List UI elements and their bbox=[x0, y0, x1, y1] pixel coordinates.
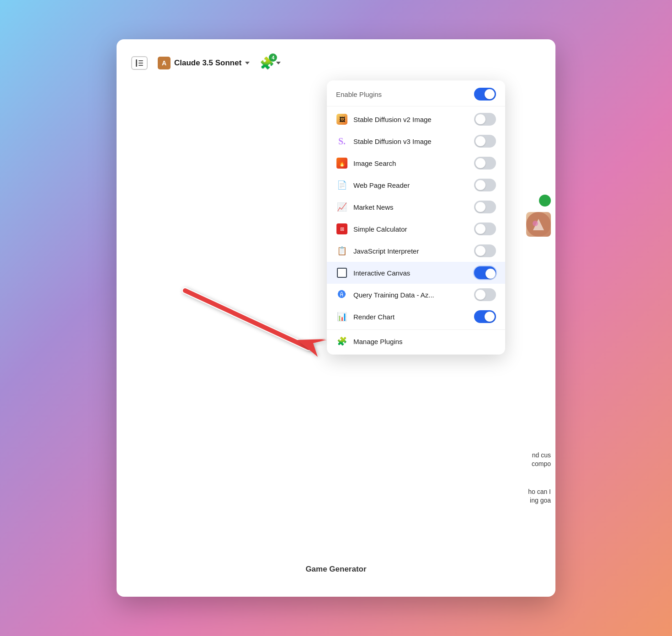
interactive-canvas-icon bbox=[336, 267, 348, 279]
right-partial-text: nd cus compo bbox=[532, 451, 551, 469]
plugin-name-simple-calculator: Simple Calculator bbox=[353, 225, 407, 233]
plugin-name-market-news: Market News bbox=[353, 203, 394, 211]
query-training-icon: 🅐 bbox=[336, 289, 348, 301]
plugin-item-web-page-reader[interactable]: 📄 Web Page Reader bbox=[327, 174, 505, 196]
plugin-left-render-chart: 📊 Render Chart bbox=[336, 311, 395, 323]
plugin-left-interactive-canvas: Interactive Canvas bbox=[336, 267, 410, 279]
simple-calculator-icon: ⊞ bbox=[336, 223, 348, 235]
right-text-line3: ho can I bbox=[528, 488, 551, 495]
puzzle-icon: 🧩 4 bbox=[260, 56, 274, 70]
model-logo: A bbox=[158, 57, 171, 69]
sidebar-toggle-button[interactable] bbox=[131, 56, 148, 70]
knob-market-news bbox=[475, 202, 485, 212]
annotation-arrow bbox=[176, 277, 350, 368]
plugins-list: 🖼 Stable Diffusion v2 Image S. Stable Di… bbox=[327, 108, 505, 328]
plugin-left-web-page-reader: 📄 Web Page Reader bbox=[336, 179, 410, 191]
plugin-name-js-interpreter: JavaScript Interpreter bbox=[353, 247, 419, 255]
green-dot bbox=[539, 195, 551, 207]
right-text-line4: ing goa bbox=[530, 497, 551, 504]
enable-plugins-knob bbox=[485, 89, 495, 99]
knob-query-training bbox=[475, 290, 485, 300]
enable-plugins-toggle[interactable] bbox=[474, 88, 496, 101]
sidebar-short-line-2 bbox=[139, 63, 143, 64]
manage-plugins-icon: 🧩 bbox=[336, 335, 348, 347]
plugin-name-image-search: Image Search bbox=[353, 159, 396, 167]
toggle-sd-v2[interactable] bbox=[474, 113, 496, 126]
plugins-button[interactable]: 🧩 4 bbox=[260, 56, 281, 70]
svg-marker-1 bbox=[297, 339, 326, 355]
plugin-name-query-training: Query Training Data - Az... bbox=[353, 291, 434, 299]
knob-js-interpreter bbox=[475, 246, 485, 256]
model-selector[interactable]: A Claude 3.5 Sonnet bbox=[153, 54, 254, 72]
sidebar-short-line bbox=[139, 60, 143, 61]
plugin-left-simple-calculator: ⊞ Simple Calculator bbox=[336, 223, 407, 235]
render-chart-icon: 📊 bbox=[336, 311, 348, 323]
plugin-left-js-interpreter: 📋 JavaScript Interpreter bbox=[336, 245, 419, 257]
model-name: Claude 3.5 Sonnet bbox=[174, 58, 241, 68]
plugin-name-interactive-canvas: Interactive Canvas bbox=[353, 269, 410, 277]
plugin-left-sd-v2: 🖼 Stable Diffusion v2 Image bbox=[336, 113, 432, 125]
plugins-badge: 4 bbox=[269, 53, 277, 62]
market-news-icon: 📈 bbox=[336, 201, 348, 213]
js-interpreter-icon: 📋 bbox=[336, 245, 348, 257]
svg-marker-0 bbox=[299, 340, 327, 357]
plugin-item-stable-diffusion-v2[interactable]: 🖼 Stable Diffusion v2 Image bbox=[327, 108, 505, 130]
plugin-item-query-training[interactable]: 🅐 Query Training Data - Az... bbox=[327, 284, 505, 306]
plugin-item-render-chart[interactable]: 📊 Render Chart bbox=[327, 306, 505, 328]
sidebar-toggle-icon bbox=[136, 59, 143, 67]
image-search-icon: 🔥 bbox=[336, 157, 348, 169]
manage-plugins-row[interactable]: 🧩 Manage Plugins bbox=[327, 329, 505, 351]
toggle-simple-calculator[interactable] bbox=[474, 223, 496, 235]
main-window: A Claude 3.5 Sonnet 🧩 4 Enable Plugins bbox=[117, 39, 555, 597]
knob-sd-v3 bbox=[475, 136, 485, 146]
right-partial-content bbox=[526, 195, 555, 237]
plugin-item-js-interpreter[interactable]: 📋 JavaScript Interpreter bbox=[327, 240, 505, 262]
toggle-market-news[interactable] bbox=[474, 201, 496, 213]
web-page-reader-icon: 📄 bbox=[336, 179, 348, 191]
sidebar-short-line-3 bbox=[139, 65, 143, 66]
toggle-interactive-canvas[interactable] bbox=[474, 266, 496, 279]
plugin-item-simple-calculator[interactable]: ⊞ Simple Calculator bbox=[327, 218, 505, 240]
right-partial-text2: ho can I ing goa bbox=[528, 488, 551, 505]
right-text-line2: compo bbox=[532, 460, 551, 467]
plugin-name-sd-v3: Stable Diffusion v3 Image bbox=[353, 138, 432, 145]
knob-simple-calculator bbox=[475, 224, 485, 234]
dropdown-header: Enable Plugins bbox=[327, 88, 505, 106]
toggle-js-interpreter[interactable] bbox=[474, 244, 496, 257]
plugin-name-render-chart: Render Chart bbox=[353, 313, 395, 321]
toggle-render-chart[interactable] bbox=[474, 310, 496, 323]
plugin-name-sd-v2: Stable Diffusion v2 Image bbox=[353, 116, 432, 123]
knob-web-page-reader bbox=[475, 180, 485, 190]
toggle-sd-v3[interactable] bbox=[474, 135, 496, 148]
plugin-item-image-search[interactable]: 🔥 Image Search bbox=[327, 152, 505, 174]
enable-plugins-label: Enable Plugins bbox=[336, 90, 382, 98]
plugin-left-market-news: 📈 Market News bbox=[336, 201, 394, 213]
sidebar-lines-group bbox=[139, 60, 143, 66]
model-chevron-icon bbox=[245, 62, 250, 64]
plugin-left-sd-v3: S. Stable Diffusion v3 Image bbox=[336, 135, 432, 147]
plugin-item-interactive-canvas[interactable]: Interactive Canvas bbox=[327, 262, 505, 284]
plugin-left-image-search: 🔥 Image Search bbox=[336, 157, 396, 169]
plugins-chevron-icon bbox=[276, 62, 281, 64]
svg-point-4 bbox=[533, 221, 538, 226]
header: A Claude 3.5 Sonnet 🧩 4 bbox=[131, 54, 541, 80]
thumbnail-image bbox=[526, 212, 551, 237]
sd-v3-icon: S. bbox=[336, 135, 348, 147]
toggle-web-page-reader[interactable] bbox=[474, 179, 496, 191]
plugin-name-web-page-reader: Web Page Reader bbox=[353, 181, 410, 189]
sd-v2-icon: 🖼 bbox=[336, 113, 348, 125]
manage-plugins-label: Manage Plugins bbox=[353, 338, 403, 345]
right-text-line1: nd cus bbox=[532, 451, 551, 459]
plugin-item-market-news[interactable]: 📈 Market News bbox=[327, 196, 505, 218]
plugins-dropdown: Enable Plugins 🖼 Stable Diffusion v2 Ima… bbox=[327, 80, 505, 355]
game-generator-label: Game Generator bbox=[305, 565, 366, 574]
toggle-query-training[interactable] bbox=[474, 288, 496, 301]
knob-interactive-canvas bbox=[485, 269, 496, 279]
knob-sd-v2 bbox=[475, 114, 485, 124]
plugin-left-query-training: 🅐 Query Training Data - Az... bbox=[336, 289, 434, 301]
toggle-image-search[interactable] bbox=[474, 157, 496, 170]
knob-image-search bbox=[475, 158, 485, 168]
knob-render-chart bbox=[485, 312, 495, 322]
plugin-item-stable-diffusion-v3[interactable]: S. Stable Diffusion v3 Image bbox=[327, 130, 505, 152]
sidebar-line bbox=[136, 59, 137, 67]
